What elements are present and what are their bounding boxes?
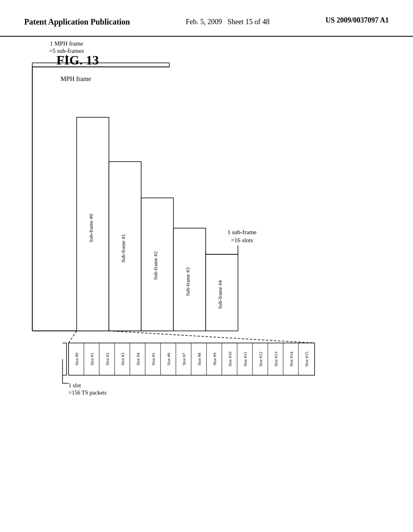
- patent-number: US 2009/0037097 A1: [325, 16, 389, 25]
- slot12: Slot #12: [258, 351, 263, 366]
- mph-frame-text: MPH frame: [60, 75, 91, 82]
- slot0: Slot #0: [74, 353, 79, 366]
- slot10: Slot #10: [227, 351, 232, 366]
- subframe-size-label2: =16 slots: [231, 237, 253, 243]
- slot5: Slot #5: [151, 353, 156, 366]
- slot8: Slot #8: [197, 353, 202, 366]
- sheet-info: Sheet 15 of 48: [227, 18, 269, 26]
- publication-title: Patent Application Publication: [24, 16, 130, 27]
- slot6: Slot #6: [166, 353, 171, 366]
- slot7: Slot #7: [181, 353, 186, 366]
- page-header: Patent Application Publication Feb. 5, 2…: [0, 0, 413, 37]
- mph-frame-label: 1 MPH frame: [50, 40, 83, 47]
- main-content: FIG. 13 1 MPH frame =5 sub-frames MPH fr…: [0, 37, 413, 520]
- slot-annotation1: 1 slot: [69, 382, 81, 389]
- diagram-svg: 1 MPH frame =5 sub-frames MPH frame Sub-…: [0, 37, 347, 440]
- slot14: Slot #14: [289, 351, 294, 366]
- subframe2-label: Sub-frame #2: [152, 251, 159, 280]
- slot4: Slot #4: [136, 353, 140, 366]
- subframe1-label: Sub-frame #1: [120, 234, 126, 262]
- subframe-size-label1: 1 sub-frame: [227, 229, 257, 235]
- slot-annotation2: =156 TS packets: [69, 390, 106, 396]
- publication-date: Feb. 5, 2009: [186, 18, 222, 26]
- slot15: Slot #15: [304, 351, 309, 366]
- subframe3-label: Sub-frame #3: [185, 267, 191, 296]
- slot3: Slot #3: [120, 353, 125, 366]
- mph-subframes-label: =5 sub-frames: [49, 48, 84, 54]
- slot2: Slot #2: [105, 353, 110, 365]
- subframe4-label: Sub-frame #4: [217, 280, 223, 309]
- header-date-sheet: Feb. 5, 2009 Sheet 15 of 48: [186, 16, 270, 28]
- svg-line-16: [109, 331, 315, 343]
- slot11: Slot #11: [243, 352, 248, 367]
- svg-line-15: [69, 331, 77, 343]
- slot13: Slot #13: [273, 351, 278, 366]
- subframe0-label: Sub-frame #0: [88, 214, 94, 242]
- slot1: Slot #1: [90, 353, 94, 365]
- slot9: Slot #9: [212, 353, 217, 366]
